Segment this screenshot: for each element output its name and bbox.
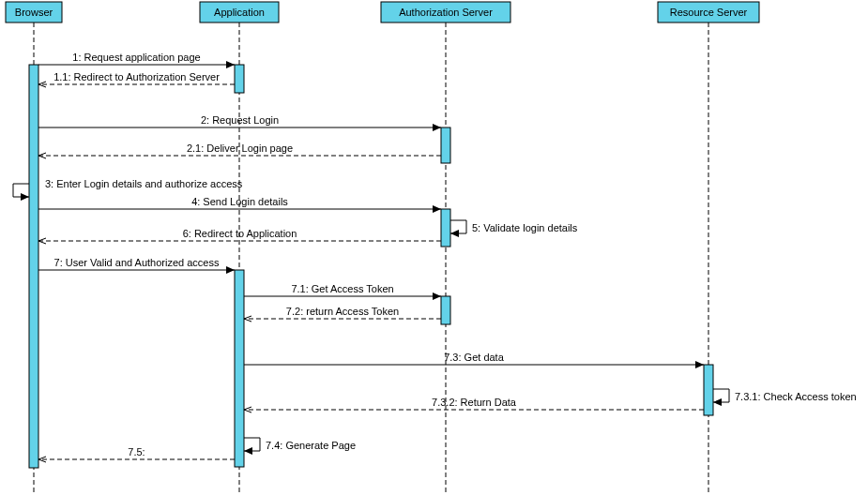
message-label-7.4: 7.4: Generate Page: [266, 440, 356, 451]
activation-auth: [441, 128, 450, 163]
message-label-7.3: 7.3: Get data: [444, 352, 504, 363]
activation-auth: [441, 296, 450, 324]
message-label-7: 7: User Valid and Authorized access: [54, 257, 220, 268]
participant-label-auth: Authorization Server: [399, 7, 493, 18]
message-label-5: 5: Validate login details: [472, 222, 578, 233]
activation-app: [235, 270, 244, 467]
message-7.3.1: [713, 389, 729, 402]
message-label-2: 2: Request Login: [201, 114, 279, 126]
message-label-2.1: 2.1: Deliver Login page: [187, 142, 293, 154]
activation-auth: [441, 209, 450, 247]
sequence-diagram: BrowserApplicationAuthorization ServerRe…: [0, 0, 868, 495]
message-label-1: 1: Request application page: [72, 52, 200, 63]
message-label-7.3.2: 7.3.2: Return Data: [432, 397, 517, 408]
message-label-7.2: 7.2: return Access Token: [286, 306, 399, 317]
participant-label-res: Resource Server: [670, 7, 748, 18]
participant-label-app: Application: [214, 7, 265, 18]
participant-label-browser: Browser: [15, 7, 53, 18]
message-label-7.5: 7.5:: [128, 446, 145, 458]
message-5: [450, 220, 466, 233]
activation-res: [704, 365, 713, 415]
message-label-1.1: 1.1: Redirect to Authorization Server: [53, 71, 220, 82]
message-label-4: 4: Send Login details: [191, 196, 288, 207]
message-3: [13, 184, 29, 197]
activation-browser: [29, 65, 38, 468]
message-label-7.3.1: 7.3.1: Check Access token: [735, 391, 857, 402]
message-label-3: 3: Enter Login details and authorize acc…: [45, 178, 243, 189]
activation-app: [235, 65, 244, 93]
message-label-7.1: 7.1: Get Access Token: [291, 283, 393, 294]
message-7.4: [244, 438, 260, 451]
message-label-6: 6: Redirect to Application: [183, 228, 297, 239]
